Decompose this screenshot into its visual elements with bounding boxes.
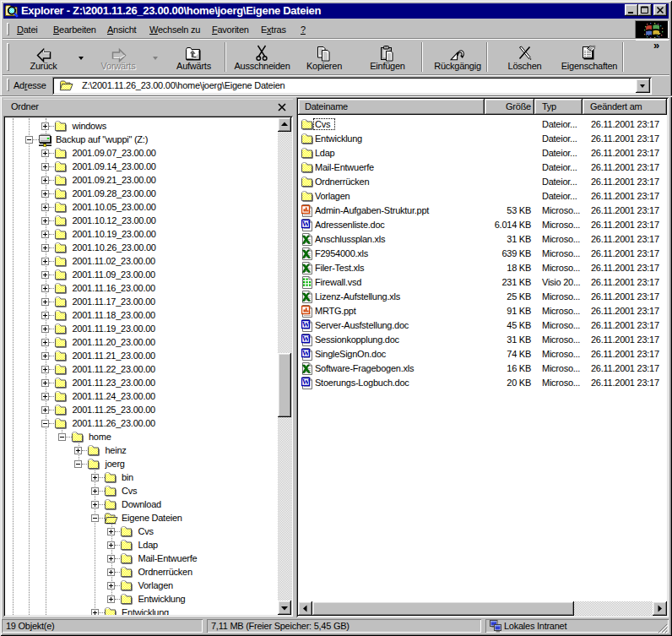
svg-text:W: W (302, 334, 310, 343)
svg-text:W: W (302, 349, 310, 357)
svg-text:W: W (302, 320, 310, 329)
svg-text:W: W (302, 378, 310, 386)
svg-text:W: W (302, 220, 310, 228)
